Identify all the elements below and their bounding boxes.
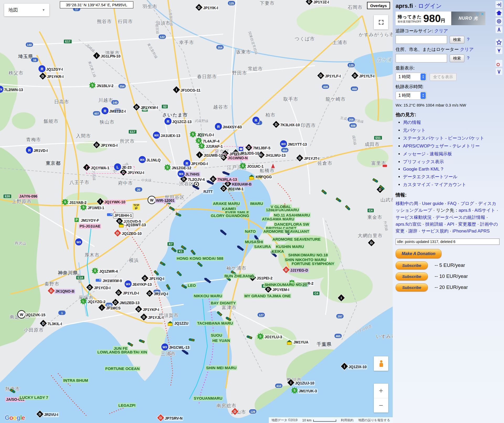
ais-ship-name-label[interactable]: ARAKE MARU (212, 201, 241, 206)
station-marker[interactable]: R (102, 107, 109, 114)
station-marker[interactable]: D (157, 414, 164, 421)
station-callsign-label[interactable]: JP1YCD-I (93, 285, 111, 290)
station-callsign-label[interactable]: JQ1ZZU (174, 321, 189, 326)
clear-callsign-link[interactable]: クリア (434, 28, 448, 33)
station-marker[interactable]: WX (125, 281, 132, 288)
station-callsign-label[interactable]: JH1LWU-13 (265, 153, 286, 158)
other-view-link[interactable]: メッセージ - 速報掲示板 (403, 151, 452, 156)
info-link[interactable]: 技術詳細 (425, 222, 443, 227)
station-marker[interactable]: S (291, 387, 298, 394)
station-callsign-label[interactable]: 7L3KIL-I (47, 321, 63, 326)
vehicle-icon[interactable] (107, 213, 113, 216)
ais-ship-name-label[interactable]: HE YUAN (212, 338, 231, 343)
station-callsign-label[interactable]: 7N3RLA-13 (217, 177, 238, 182)
info-link[interactable]: FAQ (448, 201, 456, 206)
station-callsign-label[interactable]: JP1YKP-I (142, 307, 160, 312)
station-callsign-label[interactable]: JE4YKP-13 (132, 282, 153, 287)
ais-ship-name-label[interactable]: SHIN MEI MARU (205, 365, 237, 370)
station-callsign-label[interactable]: JP1YKU-I (127, 170, 145, 175)
globe-icon[interactable] (495, 60, 503, 67)
station-callsign-label[interactable]: JA1UEX-13 (160, 133, 181, 138)
navy-vessel-icon[interactable] (219, 229, 227, 236)
ais-ship-name-label[interactable]: ARDMORE SEAVALIANT (262, 229, 310, 234)
home-icon[interactable] (495, 9, 503, 17)
station-callsign-label[interactable]: JF1WEI-1 (87, 205, 105, 210)
report-error-link[interactable]: 地図の誤りを報告する (358, 418, 390, 422)
station-marker[interactable]: D (140, 314, 148, 321)
latest-select[interactable]: 1 時間 ▲▼ (396, 73, 427, 81)
station-callsign-label[interactable]: JE-23 (121, 165, 132, 170)
station-callsign-label[interactable]: JP1YIQ-I (148, 276, 165, 281)
station-marker[interactable]: L (114, 163, 121, 171)
station-marker[interactable]: WX (75, 239, 82, 246)
house-station-icon[interactable] (168, 323, 172, 326)
pegman-button[interactable] (374, 356, 388, 371)
station-marker[interactable]: WX (139, 156, 146, 163)
phone-station-icon[interactable]: ☎ (239, 147, 243, 151)
ais-ship-name-label[interactable]: GLORY GUANDONG (210, 213, 250, 218)
station-callsign-label[interactable]: JQ1ZIX-10 (348, 364, 367, 369)
station-callsign-label[interactable]: 7K3LHX-10 (280, 123, 301, 128)
station-marker[interactable]: I (287, 379, 295, 386)
station-marker[interactable]: D (133, 104, 140, 111)
station-callsign-label[interactable]: JM1YUA (293, 340, 309, 345)
station-marker[interactable]: D (283, 266, 290, 273)
address-help-link[interactable]: ? (467, 56, 469, 61)
ais-ship-name-label[interactable]: TACHIBANA MARU (196, 321, 234, 326)
station-marker[interactable]: D (115, 289, 122, 296)
other-view-link[interactable]: データエクスポートツール (403, 174, 458, 179)
info-link[interactable]: サービス規約 (421, 229, 448, 234)
station-marker[interactable]: D (93, 141, 100, 149)
ais-vessel-icon[interactable] (166, 284, 171, 290)
other-view-link[interactable]: Google Earth KML ? (403, 167, 443, 172)
address-input[interactable] (396, 54, 447, 62)
map-type-selector[interactable]: 地図 ▼ (4, 4, 49, 16)
station-callsign-label[interactable]: JR1JDS-10 (239, 151, 260, 156)
terms-link[interactable]: 利用規約 (341, 418, 354, 422)
compass-icon[interactable] (495, 68, 503, 75)
station-callsign-label[interactable]: JQ1ZCZ-13 (171, 119, 192, 124)
ais-ship-name-label[interactable]: KEIKA (271, 249, 285, 254)
station-callsign-label[interactable]: JP1YLT-I (358, 74, 375, 79)
station-marker[interactable]: WX (178, 170, 185, 177)
ais-vessel-icon[interactable] (197, 262, 203, 267)
station-marker[interactable]: W (18, 311, 25, 318)
station-marker[interactable]: WX (0, 86, 4, 93)
info-link[interactable]: データベースの統計情報 (435, 215, 485, 220)
station-marker[interactable]: D (273, 121, 280, 128)
station-marker[interactable]: D (141, 275, 149, 282)
car-icon[interactable] (383, 165, 387, 167)
station-callsign-label[interactable]: JJ1RAF-1 (205, 144, 224, 149)
station-callsign-label[interactable]: JQ1YLO-I (196, 133, 215, 138)
zoom-in-button[interactable]: + (374, 384, 388, 398)
tower-icon[interactable] (495, 26, 503, 33)
callsign-search-button[interactable]: 検索 (450, 36, 464, 44)
ais-vessel-icon[interactable] (345, 205, 351, 211)
ais-vessel-icon[interactable] (321, 189, 327, 195)
station-callsign-label[interactable]: JP1YKW-I (140, 105, 159, 110)
station-marker[interactable]: D (220, 185, 227, 192)
info-link[interactable]: サービス稼動状況 (396, 215, 432, 220)
station-callsign-label[interactable]: JR2VU-I (43, 412, 59, 417)
station-callsign-label[interactable]: 7M1JBF-5 (252, 146, 271, 151)
info-link[interactable]: AISサイト (475, 208, 496, 213)
station-marker[interactable]: WX (153, 132, 160, 139)
other-view-link[interactable]: 局の情報 (403, 120, 421, 125)
station-marker[interactable]: D (232, 408, 239, 415)
station-marker[interactable]: D (39, 73, 46, 80)
station-callsign-label[interactable]: 7L2IWN-13 (3, 87, 24, 92)
station-callsign-label[interactable]: 7L4AJF-4 (202, 139, 220, 144)
info-link[interactable]: ブログ (460, 201, 474, 206)
station-callsign-label[interactable]: 7L2OJV-4 (187, 177, 206, 182)
station-callsign-label[interactable]: JO1UIC-1 (246, 164, 264, 169)
station-callsign-label[interactable]: JP1YEM-I (272, 287, 290, 292)
station-marker[interactable]: D (351, 72, 359, 79)
ad-info-icon[interactable]: ⓘ (476, 12, 479, 17)
ais-ship-name-label[interactable]: NATO (244, 229, 256, 234)
station-callsign-label[interactable]: JJ1YEG-D (290, 268, 309, 273)
station-marker[interactable]: I (173, 86, 180, 93)
station-callsign-label[interactable]: JQ1ZGY-I (45, 67, 64, 72)
station-callsign-label[interactable]: JH4XSY-63 (222, 125, 243, 130)
ais-vessel-icon[interactable] (169, 206, 175, 211)
station-callsign-label[interactable]: JG1LPN-10 (100, 54, 121, 59)
